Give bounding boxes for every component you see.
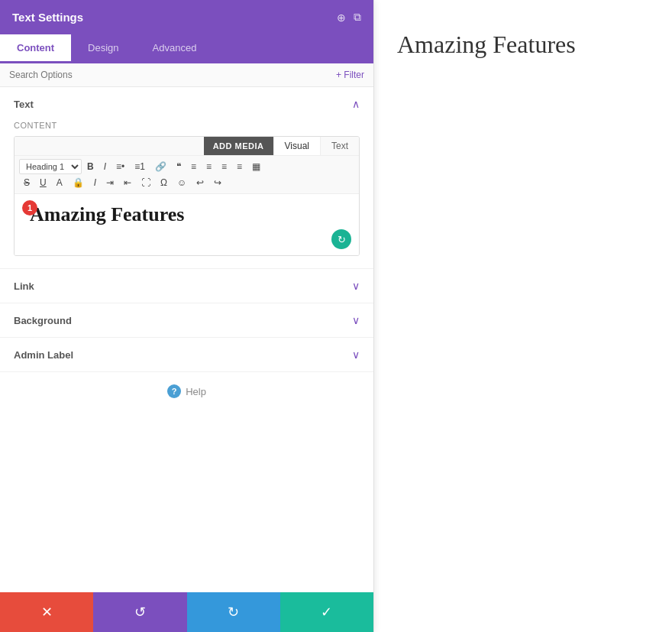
save-button[interactable]: ✓ [280, 592, 373, 632]
editor-toolbar: Heading 1 Heading 2 Heading 3 Paragraph … [15, 156, 359, 194]
toolbar-row-2: S U A 🔒 I ⇥ ⇤ ⛶ Ω ☺ ↩ ↪ [19, 175, 354, 190]
toolbar-row-1: Heading 1 Heading 2 Heading 3 Paragraph … [19, 159, 354, 174]
numbered-badge: 1 [22, 200, 37, 216]
strikethrough-button[interactable]: S [19, 175, 34, 190]
text-section-header[interactable]: Text ∧ [0, 87, 373, 121]
link-button[interactable]: 🔗 [150, 159, 171, 174]
preview-area: Amazing Features [374, 0, 672, 89]
italic2-button[interactable]: I [89, 175, 101, 190]
text-section: Text ∧ Content ADD MEDIA Visual Text [0, 87, 373, 269]
ordered-list-button[interactable]: ≡1 [130, 159, 150, 174]
tab-bar: Content Design Advanced [0, 34, 373, 63]
align-left-button[interactable]: ≡ [186, 159, 201, 174]
bold-button[interactable]: B [82, 159, 99, 174]
link-section-header[interactable]: Link ∨ [0, 269, 373, 303]
admin-label-section-title: Admin Label [14, 349, 73, 361]
undo-editor-button[interactable]: ↩ [192, 175, 208, 190]
unordered-list-button[interactable]: ≡• [111, 159, 129, 174]
editor-wrapper: ADD MEDIA Visual Text Heading 1 Heading … [14, 136, 360, 256]
redo-button[interactable]: ↻ [187, 592, 280, 632]
search-input[interactable] [9, 70, 336, 80]
text-section-title: Text [14, 99, 34, 110]
tab-advanced[interactable]: Advanced [136, 34, 214, 63]
text-section-body: Content ADD MEDIA Visual Text [0, 121, 373, 268]
link-section: Link ∨ [0, 269, 373, 303]
background-section: Background ∨ [0, 303, 373, 338]
lock-button[interactable]: 🔒 [68, 175, 89, 190]
link-chevron-icon: ∨ [352, 280, 360, 292]
help-icon: ? [167, 384, 181, 398]
editor-heading-text[interactable]: Amazing Features [30, 203, 184, 225]
settings-icon[interactable]: ⊕ [337, 11, 346, 24]
italic-button[interactable]: I [99, 159, 111, 174]
fullscreen-button[interactable]: ⛶ [137, 175, 155, 190]
format-select[interactable]: Heading 1 Heading 2 Heading 3 Paragraph [19, 159, 82, 174]
preview-heading: Amazing Features [397, 31, 576, 59]
underline-button[interactable]: U [35, 175, 51, 190]
search-bar: + Filter [0, 63, 373, 87]
table-button[interactable]: ▦ [247, 159, 265, 174]
expand-icon[interactable]: ⧉ [354, 11, 361, 24]
outdent-button[interactable]: ⇤ [119, 175, 136, 190]
help-area: ? Help [0, 372, 373, 410]
align-justify-button[interactable]: ≡ [232, 159, 247, 174]
undo-button[interactable]: ↺ [93, 592, 186, 632]
background-section-title: Background [14, 315, 72, 326]
align-center-button[interactable]: ≡ [202, 159, 216, 174]
align-right-button[interactable]: ≡ [217, 159, 231, 174]
panel-header-icons: ⊕ ⧉ [337, 11, 361, 24]
text-chevron-icon: ∧ [352, 98, 360, 110]
indent-button[interactable]: ⇥ [102, 175, 118, 190]
panel-content: Text ∧ Content ADD MEDIA Visual Text [0, 87, 373, 592]
editor-tab-visual[interactable]: Visual [273, 137, 320, 155]
filter-button[interactable]: + Filter [336, 70, 364, 80]
content-label: Content [14, 121, 360, 130]
panel-title: Text Settings [12, 11, 83, 24]
tab-design[interactable]: Design [71, 34, 135, 63]
panel-header: Text Settings ⊕ ⧉ [0, 0, 373, 34]
refresh-icon[interactable]: ↻ [331, 229, 351, 249]
redo-editor-button[interactable]: ↪ [209, 175, 226, 190]
admin-label-section: Admin Label ∨ [0, 338, 373, 372]
editor-tab-text[interactable]: Text [320, 137, 359, 155]
text-color-button[interactable]: A [52, 175, 67, 190]
background-section-header[interactable]: Background ∨ [0, 303, 373, 337]
bottom-bar: ✕ ↺ ↻ ✓ [0, 592, 373, 632]
help-label[interactable]: Help [186, 386, 206, 397]
editor-top-bar: ADD MEDIA Visual Text [15, 137, 359, 156]
tab-content[interactable]: Content [0, 34, 71, 63]
cancel-button[interactable]: ✕ [0, 592, 93, 632]
link-section-title: Link [14, 280, 34, 292]
blockquote-button[interactable]: ❝ [172, 159, 186, 174]
settings-panel: Text Settings ⊕ ⧉ Content Design Advance… [0, 0, 374, 632]
background-chevron-icon: ∨ [352, 314, 360, 326]
admin-label-chevron-icon: ∨ [352, 348, 360, 361]
add-media-button[interactable]: ADD MEDIA [204, 137, 273, 155]
special-chars-button[interactable]: Ω [156, 175, 172, 190]
emoji-button[interactable]: ☺ [173, 175, 191, 190]
admin-label-section-header[interactable]: Admin Label ∨ [0, 338, 373, 371]
editor-content-area[interactable]: 1 Amazing Features ↻ [15, 194, 359, 255]
